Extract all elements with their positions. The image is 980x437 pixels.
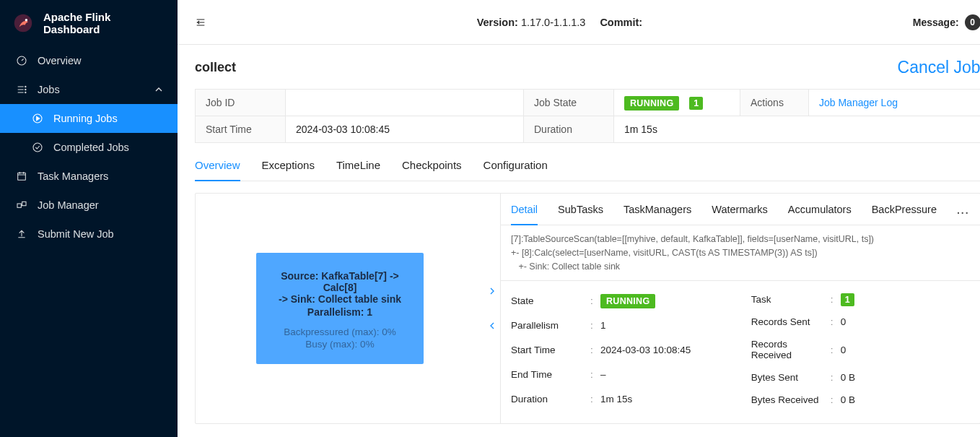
list-icon <box>16 84 27 95</box>
records-received-label: Records Received <box>751 339 831 360</box>
tab-configuration[interactable]: Configuration <box>484 156 548 181</box>
job-state-count: 1 <box>689 97 703 110</box>
dtab-accumulators[interactable]: Accumulators <box>788 201 852 225</box>
version-label: Version: <box>477 17 518 28</box>
message-label: Message: <box>913 17 959 28</box>
tab-exceptions[interactable]: Exceptions <box>262 156 315 181</box>
records-sent-value: 0 <box>841 316 970 327</box>
tab-overview[interactable]: Overview <box>195 156 240 181</box>
dtab-subtasks[interactable]: SubTasks <box>558 201 603 225</box>
svg-rect-11 <box>22 202 26 205</box>
task-label: Task <box>751 294 831 305</box>
tab-timeline[interactable]: TimeLine <box>336 156 380 181</box>
svg-point-8 <box>33 143 42 152</box>
duration-value: 1m 15s <box>614 116 981 143</box>
sidebar-item-label: Task Managers <box>38 170 108 182</box>
job-manager-log-link[interactable]: Job Manager Log <box>819 97 898 108</box>
start-time-label2: Start Time <box>511 345 590 355</box>
topbar-message: Message: 0 <box>913 14 980 30</box>
brand-title: Apache Flink Dashboard <box>43 11 165 35</box>
job-tabs: Overview Exceptions TimeLine Checkpoints… <box>195 156 980 181</box>
sidebar-item-running-jobs[interactable]: Running Jobs <box>0 104 178 133</box>
sidebar-item-overview[interactable]: Overview <box>0 46 178 75</box>
bytes-received-label: Bytes Received <box>751 394 831 405</box>
svg-point-1 <box>25 18 28 21</box>
job-title: collect <box>195 60 236 75</box>
job-state-cell: RUNNING 1 <box>614 90 740 116</box>
graph-node-title2: -> Sink: Collect table sink <box>265 293 415 305</box>
bytes-sent-label: Bytes Sent <box>751 372 831 383</box>
sidebar-item-label: Overview <box>38 55 81 66</box>
duration-label2: Duration <box>511 394 590 404</box>
sidebar-item-job-manager[interactable]: Job Manager <box>0 191 178 220</box>
actions-cell: Job Manager Log <box>809 90 981 116</box>
svg-point-4 <box>25 89 26 90</box>
detail-metrics: State:RUNNING Parallelism:1 Start Time:2… <box>501 281 980 411</box>
dashboard-icon <box>16 55 27 66</box>
graph-node[interactable]: Source: KafkaTable[7] -> Calc[8] -> Sink… <box>256 253 424 364</box>
version-value: 1.17.0-1.1.1.3 <box>521 17 586 28</box>
svg-marker-7 <box>37 116 40 120</box>
message-count-badge[interactable]: 0 <box>965 14 980 30</box>
topbar-info: Version: 1.17.0-1.1.1.3 Commit: <box>477 17 643 28</box>
flink-logo-icon <box>13 13 33 33</box>
chevron-left-icon[interactable] <box>486 320 498 332</box>
check-circle-icon <box>32 142 43 153</box>
start-time-value: 2024-03-03 10:08:45 <box>286 116 524 143</box>
graph-node-backpressure: Backpressured (max): 0% <box>265 326 415 337</box>
dtab-detail[interactable]: Detail <box>511 201 538 225</box>
main: Version: 1.17.0-1.1.1.3 Commit: Message:… <box>178 0 980 437</box>
graph-node-busy: Busy (max): 0% <box>265 339 415 350</box>
sidebar-item-label: Jobs <box>38 84 60 95</box>
sidebar: Apache Flink Dashboard Overview Jobs Run… <box>0 0 178 437</box>
start-time-value2: 2024-03-03 10:08:45 <box>600 345 730 355</box>
records-sent-label: Records Sent <box>751 316 831 327</box>
menu-fold-icon[interactable] <box>195 17 206 28</box>
dtab-taskmanagers[interactable]: TaskManagers <box>624 201 691 225</box>
detail-tabs: Detail SubTasks TaskManagers Watermarks … <box>501 194 980 225</box>
job-state-label: Job State <box>524 90 614 116</box>
commit-label: Commit: <box>600 17 642 28</box>
plan-text: [7]:TableSourceScan(table=[[myhive, defa… <box>501 225 980 281</box>
chevron-up-icon <box>153 84 165 95</box>
state-label: State <box>511 295 590 306</box>
actions-label: Actions <box>740 90 809 116</box>
sidebar-item-task-managers[interactable]: Task Managers <box>0 162 178 191</box>
bytes-received-value: 0 B <box>841 394 970 405</box>
upload-icon <box>16 228 27 240</box>
duration-label: Duration <box>524 116 614 143</box>
svg-rect-9 <box>18 173 26 180</box>
start-time-label: Start Time <box>196 116 286 143</box>
parallelism-label: Parallelism <box>511 320 590 331</box>
sidebar-item-jobs[interactable]: Jobs <box>0 75 178 104</box>
tab-checkpoints[interactable]: Checkpoints <box>402 156 462 181</box>
parallelism-value: 1 <box>600 320 730 331</box>
svg-point-3 <box>25 86 26 87</box>
state-badge: RUNNING <box>600 294 655 308</box>
sidebar-item-completed-jobs[interactable]: Completed Jobs <box>0 133 178 162</box>
more-tabs-icon[interactable]: ··· <box>957 207 970 219</box>
bytes-sent-value: 0 B <box>841 372 970 383</box>
dtab-backpressure[interactable]: BackPressure <box>872 201 937 225</box>
cancel-job-link[interactable]: Cancel Job <box>898 58 980 77</box>
sidebar-item-submit-new-job[interactable]: Submit New Job <box>0 220 178 248</box>
chevron-right-icon[interactable] <box>486 285 498 297</box>
task-count-badge: 1 <box>841 293 854 306</box>
sidebar-header: Apache Flink Dashboard <box>0 0 178 46</box>
sidebar-item-label: Job Manager <box>38 199 99 211</box>
job-info-table: Job ID Job State RUNNING 1 Actions Job M… <box>195 89 980 143</box>
graph-node-parallelism: Parallelism: 1 <box>265 306 415 318</box>
end-time-value: – <box>600 369 730 380</box>
sidebar-item-label: Running Jobs <box>53 113 118 124</box>
job-id-label: Job ID <box>196 90 286 116</box>
play-circle-icon <box>32 113 43 124</box>
build-icon <box>16 199 27 211</box>
metrics-col-right: Task:1 Records Sent:0 Records Received:0… <box>751 294 970 405</box>
metrics-col-left: State:RUNNING Parallelism:1 Start Time:2… <box>511 294 730 405</box>
duration-value2: 1m 15s <box>600 394 730 404</box>
topbar: Version: 1.17.0-1.1.1.3 Commit: Message:… <box>178 0 980 45</box>
dtab-watermarks[interactable]: Watermarks <box>712 201 768 225</box>
graph-area[interactable]: Source: KafkaTable[7] -> Calc[8] -> Sink… <box>196 194 484 423</box>
splitter <box>484 194 500 423</box>
detail-panel: Detail SubTasks TaskManagers Watermarks … <box>500 194 980 423</box>
